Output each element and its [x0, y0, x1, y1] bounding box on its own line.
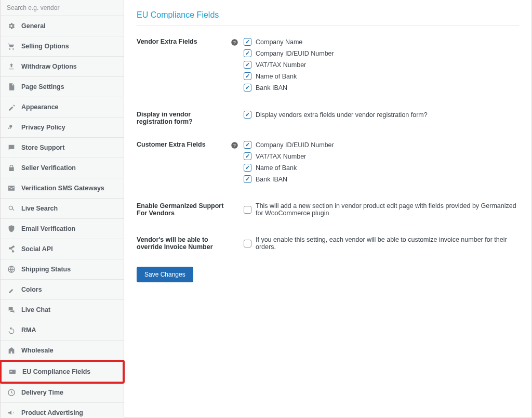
checkbox-cust-company-id[interactable]: Company ID/EUID Number — [244, 141, 519, 149]
help-icon[interactable]: ? — [230, 141, 238, 149]
checkbox-label: VAT/TAX Number — [256, 61, 306, 69]
sidebar-item-live-search[interactable]: Live Search — [1, 199, 124, 219]
sidebar-item-appearance[interactable]: Appearance — [1, 97, 124, 117]
envelope-icon — [7, 184, 16, 193]
share-icon — [7, 244, 16, 254]
sidebar-item-label: Product Advertising — [21, 409, 83, 416]
checkbox-icon — [244, 152, 251, 160]
settings-sidebar: Search e.g. vendor General Selling Optio… — [1, 0, 124, 417]
checkbox-vat-tax[interactable]: VAT/TAX Number — [244, 61, 519, 69]
checkbox-invoice-override[interactable]: If you enable this setting, each vendor … — [244, 236, 519, 251]
wand-icon — [7, 102, 16, 112]
clock-icon — [7, 388, 16, 397]
row-germanized-support: Enable Germanized Support For Vendors Th… — [137, 199, 519, 233]
field-label: Vendor's will be able to override Invoic… — [137, 236, 230, 254]
row-display-registration: Display in vendor registration form? Dis… — [137, 108, 519, 138]
row-vendor-extra-fields: Vendor Extra Fields ? Company Name Compa… — [137, 35, 519, 108]
sidebar-item-delivery-time[interactable]: Delivery Time — [1, 383, 124, 403]
sidebar-item-label: RMA — [21, 326, 36, 334]
svg-text:?: ? — [233, 40, 236, 45]
sidebar-item-email-verification[interactable]: Email Verification — [1, 219, 124, 239]
field-label: Display in vendor registration form? — [137, 111, 230, 125]
checkbox-bank-iban[interactable]: Bank IBAN — [244, 84, 519, 92]
sidebar-item-label: Live Search — [21, 205, 58, 212]
checkbox-label: This will add a new section in vendor pr… — [256, 202, 519, 217]
checkbox-icon — [244, 175, 251, 183]
checkbox-icon — [244, 49, 251, 57]
row-invoice-override: Vendor's will be able to override Invoic… — [137, 233, 519, 267]
search-input[interactable]: Search e.g. vendor — [1, 0, 124, 16]
sidebar-item-label: Shipping Status — [21, 266, 71, 273]
checkbox-label: Name of Bank — [256, 73, 297, 80]
sidebar-item-general[interactable]: General — [1, 16, 124, 36]
sidebar-item-page-settings[interactable]: Page Settings — [1, 77, 124, 97]
sidebar-item-social-api[interactable]: Social API — [1, 239, 124, 259]
sidebar-item-eu-compliance[interactable]: EU Compliance Fields — [0, 360, 125, 384]
checkbox-icon — [244, 38, 251, 46]
sidebar-item-label: Email Verification — [21, 225, 75, 232]
globe-icon — [7, 265, 16, 274]
sidebar-item-label: General — [21, 22, 46, 30]
brush-icon — [7, 285, 16, 294]
sidebar-item-shipping-status[interactable]: Shipping Status — [1, 259, 124, 280]
lock-icon — [7, 163, 16, 173]
sidebar-item-rma[interactable]: RMA — [1, 320, 124, 341]
key-icon — [7, 123, 16, 132]
field-label: Enable Germanized Support For Vendors — [137, 202, 230, 220]
checkbox-bank-name[interactable]: Name of Bank — [244, 72, 519, 80]
sidebar-item-wholesale[interactable]: Wholesale — [1, 341, 124, 361]
checkbox-cust-bank-iban[interactable]: Bank IBAN — [244, 175, 519, 183]
search-icon — [7, 204, 16, 213]
sidebar-item-withdraw-options[interactable]: Withdraw Options — [1, 57, 124, 77]
checkbox-label: Bank IBAN — [256, 176, 287, 183]
sidebar-item-label: Appearance — [21, 103, 59, 111]
sidebar-item-label: Selling Options — [21, 43, 69, 50]
sidebar-item-label: EU Compliance Fields — [22, 368, 90, 375]
checkbox-label: Name of Bank — [256, 164, 297, 172]
checkbox-label: Display vendors extra fields under vendo… — [256, 111, 428, 119]
sidebar-item-seller-verification[interactable]: Seller Verification — [1, 158, 124, 178]
building-icon — [7, 346, 16, 355]
field-label: Customer Extra Fields — [137, 141, 230, 187]
id-card-icon — [8, 367, 17, 376]
checkbox-cust-vat-tax[interactable]: VAT/TAX Number — [244, 152, 519, 160]
sidebar-item-live-chat[interactable]: Live Chat — [1, 300, 124, 320]
checkbox-icon — [244, 164, 251, 172]
checkbox-label: Company ID/EUID Number — [256, 50, 334, 57]
checkbox-display-registration[interactable]: Display vendors extra fields under vendo… — [244, 111, 519, 119]
sidebar-item-product-advertising[interactable]: Product Advertising — [1, 403, 124, 418]
cart-icon — [7, 42, 16, 51]
field-label: Vendor Extra Fields — [137, 38, 230, 95]
checkbox-cust-bank-name[interactable]: Name of Bank — [244, 164, 519, 172]
checkbox-company-id[interactable]: Company ID/EUID Number — [244, 49, 519, 57]
main-content: EU Compliance Fields Vendor Extra Fields… — [124, 0, 531, 417]
sidebar-item-verification-sms[interactable]: Verification SMS Gateways — [1, 178, 124, 199]
sidebar-item-store-support[interactable]: Store Support — [1, 138, 124, 158]
sidebar-item-colors[interactable]: Colors — [1, 280, 124, 300]
sidebar-item-selling-options[interactable]: Selling Options — [1, 36, 124, 57]
help-icon[interactable]: ? — [230, 38, 238, 46]
page-icon — [7, 82, 16, 92]
checkbox-icon — [244, 240, 251, 247]
gear-icon — [7, 21, 16, 31]
megaphone-icon — [7, 408, 16, 417]
sidebar-item-label: Colors — [21, 286, 42, 293]
checkbox-company-name[interactable]: Company Name — [244, 38, 519, 46]
sidebar-item-privacy-policy[interactable]: Privacy Policy — [1, 117, 124, 138]
svg-text:?: ? — [233, 142, 236, 148]
sidebar-item-label: Wholesale — [21, 347, 54, 354]
sidebar-item-label: Store Support — [21, 144, 64, 151]
save-button[interactable]: Save Changes — [137, 267, 193, 282]
sidebar-item-label: Live Chat — [21, 306, 50, 314]
checkbox-icon — [244, 111, 251, 119]
chat-icon — [7, 143, 16, 152]
sidebar-item-label: Privacy Policy — [21, 124, 65, 131]
upload-icon — [7, 62, 16, 71]
sidebar-item-label: Withdraw Options — [21, 63, 77, 70]
checkbox-icon — [244, 141, 251, 149]
checkbox-icon — [244, 84, 251, 92]
checkbox-germanized[interactable]: This will add a new section in vendor pr… — [244, 202, 519, 217]
sidebar-item-label: Page Settings — [21, 83, 64, 90]
undo-icon — [7, 325, 16, 335]
svg-point-2 — [10, 371, 12, 373]
